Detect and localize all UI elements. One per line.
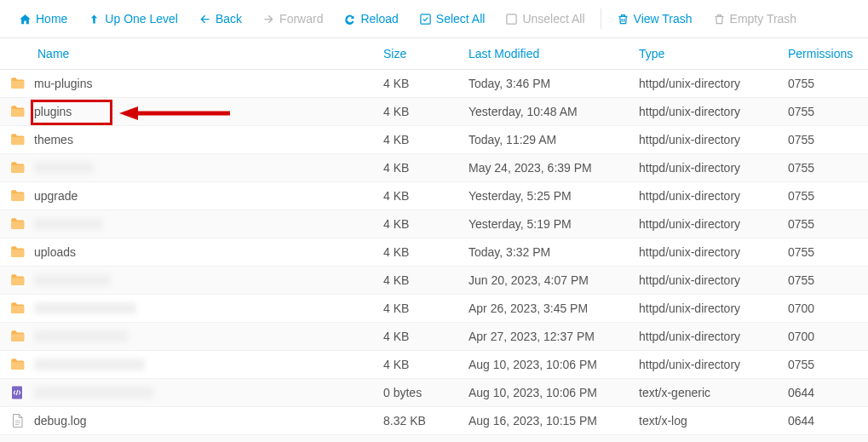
forward-label: Forward — [279, 12, 323, 26]
cell-type: httpd/unix-directory — [639, 133, 788, 146]
table-row[interactable]: mu-plugins4 KBToday, 3:46 PMhttpd/unix-d… — [0, 70, 868, 98]
file-name: uploads — [34, 245, 76, 259]
toolbar: Home Up One Level Back Forward Reload Se… — [0, 0, 868, 38]
name-cell[interactable] — [0, 357, 383, 372]
select-all-label: Select All — [436, 12, 486, 26]
table-row[interactable]: uploads4 KBToday, 3:32 PMhttpd/unix-dire… — [0, 238, 868, 267]
redacted-name — [34, 218, 102, 230]
table-row[interactable]: 4 KBApr 26, 2023, 3:45 PMhttpd/unix-dire… — [0, 295, 868, 323]
table-row[interactable]: 0 bytesAug 10, 2023, 10:06 PMtext/x-gene… — [0, 379, 868, 407]
back-button[interactable]: Back — [190, 7, 250, 31]
cell-type: httpd/unix-directory — [639, 189, 788, 203]
cell-modified: Today, 11:29 AM — [468, 133, 639, 146]
table-row[interactable]: 4 KBMay 24, 2023, 6:39 PMhttpd/unix-dire… — [0, 154, 868, 182]
cell-modified: Today, 3:46 PM — [468, 77, 639, 90]
forward-button: Forward — [254, 7, 331, 31]
cell-modified: Yesterday, 5:19 PM — [468, 217, 639, 231]
table-row[interactable]: 4 KBJun 20, 2023, 4:07 PMhttpd/unix-dire… — [0, 267, 868, 295]
cell-modified: Apr 26, 2023, 3:45 PM — [468, 301, 639, 315]
unselect-all-button: Unselect All — [497, 7, 593, 31]
cell-type: text/x-generic — [639, 386, 788, 399]
cell-size: 4 KB — [383, 273, 468, 287]
cell-size: 8.32 KB — [383, 414, 468, 428]
cell-modified: Aug 10, 2023, 10:06 PM — [468, 386, 639, 399]
cell-size: 4 KB — [383, 245, 468, 259]
folder-icon — [9, 104, 26, 119]
col-permissions[interactable]: Permissions — [788, 47, 868, 60]
folder-icon — [9, 188, 26, 204]
cell-perm: 0755 — [788, 77, 868, 90]
cell-perm: 0755 — [788, 161, 868, 175]
cell-type: text/x-log — [639, 414, 788, 428]
table-row[interactable]: 4 KBYesterday, 5:19 PMhttpd/unix-directo… — [0, 210, 868, 238]
cell-perm: 0755 — [788, 358, 868, 371]
name-cell[interactable] — [0, 329, 383, 344]
folder-icon — [9, 132, 26, 147]
view-trash-label: View Trash — [634, 12, 693, 26]
reload-icon — [343, 13, 356, 26]
file-name: plugins — [34, 105, 72, 118]
cell-perm: 0755 — [788, 105, 868, 118]
up-arrow-icon — [88, 13, 101, 26]
folder-icon — [9, 357, 26, 372]
empty-trash-button: Empty Trash — [704, 7, 806, 31]
name-cell[interactable]: upgrade — [0, 188, 383, 204]
name-cell[interactable] — [0, 216, 383, 232]
cell-size: 4 KB — [383, 301, 468, 315]
folder-icon — [9, 160, 26, 175]
cell-type: httpd/unix-directory — [639, 245, 788, 259]
reload-button[interactable]: Reload — [335, 7, 406, 31]
home-button[interactable]: Home — [10, 7, 76, 31]
file-name: debug.log — [34, 414, 87, 428]
col-type[interactable]: Type — [639, 47, 788, 60]
cell-type: httpd/unix-directory — [639, 330, 788, 343]
file-name: themes — [34, 133, 73, 146]
cell-size: 4 KB — [383, 330, 468, 343]
trash-icon — [713, 13, 726, 26]
name-cell[interactable]: plugins — [0, 104, 383, 119]
redacted-name — [34, 162, 94, 174]
up-one-level-button[interactable]: Up One Level — [79, 7, 187, 31]
table-row[interactable]: debug.log8.32 KBAug 16, 2023, 10:15 PMte… — [0, 407, 868, 435]
up-label: Up One Level — [105, 12, 178, 26]
table-row[interactable]: 4 KBApr 27, 2023, 12:37 PMhttpd/unix-dir… — [0, 323, 868, 351]
table-row[interactable]: plugins4 KBYesterday, 10:48 AMhttpd/unix… — [0, 98, 868, 126]
name-cell[interactable]: mu-plugins — [0, 76, 383, 91]
folder-icon — [9, 76, 26, 91]
back-label: Back — [216, 12, 242, 26]
name-cell[interactable]: themes — [0, 132, 383, 147]
name-cell[interactable] — [0, 273, 383, 288]
home-label: Home — [36, 12, 67, 26]
col-name[interactable]: Name — [0, 47, 383, 60]
cell-size: 4 KB — [383, 77, 468, 90]
table-row[interactable]: upgrade4 KBYesterday, 5:25 PMhttpd/unix-… — [0, 182, 868, 210]
empty-trash-label: Empty Trash — [730, 12, 797, 26]
cell-size: 4 KB — [383, 189, 468, 203]
name-cell[interactable] — [0, 385, 383, 400]
table-row[interactable]: index.php28 bytesJan 8, 2012, 10:01 PMte… — [0, 435, 868, 442]
cell-size: 0 bytes — [383, 386, 468, 399]
svg-rect-1 — [507, 14, 516, 23]
cell-size: 4 KB — [383, 217, 468, 231]
check-square-icon — [419, 13, 432, 26]
folder-icon — [9, 273, 26, 288]
cell-perm: 0755 — [788, 133, 868, 146]
name-cell[interactable]: uploads — [0, 244, 383, 260]
cell-perm: 0755 — [788, 189, 868, 203]
reload-label: Reload — [360, 12, 398, 26]
view-trash-button[interactable]: View Trash — [608, 7, 701, 31]
col-size[interactable]: Size — [383, 47, 468, 60]
folder-icon — [9, 244, 26, 260]
table-row[interactable]: themes4 KBToday, 11:29 AMhttpd/unix-dire… — [0, 126, 868, 154]
cell-perm: 0700 — [788, 330, 868, 343]
name-cell[interactable]: debug.log — [0, 413, 383, 428]
cell-modified: Today, 3:32 PM — [468, 245, 639, 259]
cell-modified: Yesterday, 5:25 PM — [468, 189, 639, 203]
col-modified[interactable]: Last Modified — [468, 47, 639, 60]
table-row[interactable]: 4 KBAug 10, 2023, 10:06 PMhttpd/unix-dir… — [0, 351, 868, 379]
select-all-button[interactable]: Select All — [411, 7, 494, 31]
name-cell[interactable] — [0, 160, 383, 175]
cell-modified: May 24, 2023, 6:39 PM — [468, 161, 639, 175]
name-cell[interactable] — [0, 301, 383, 316]
cell-size: 4 KB — [383, 358, 468, 371]
